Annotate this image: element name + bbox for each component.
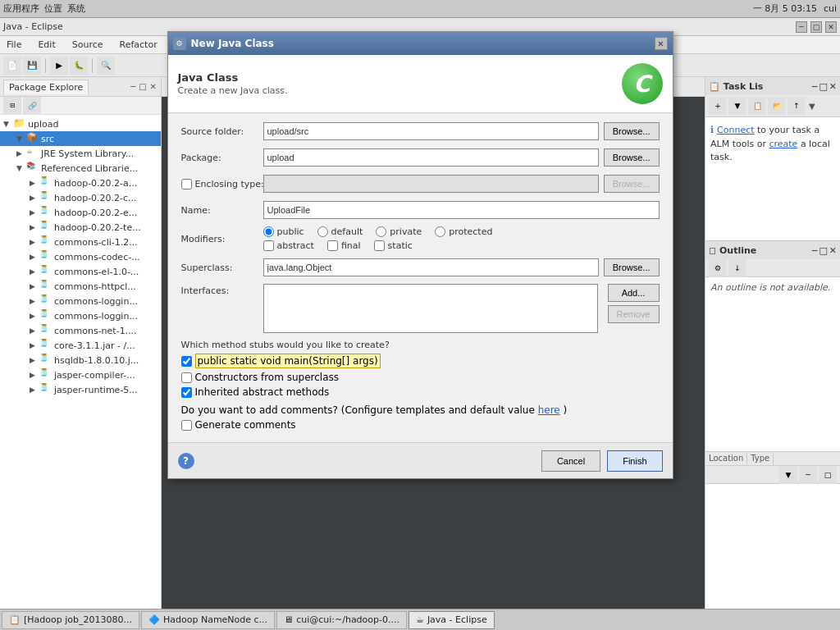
- taskbar-apps-menu[interactable]: 应用程序: [3, 2, 39, 15]
- help-icon[interactable]: ?: [178, 453, 194, 469]
- task-toolbar-btn1[interactable]: +: [709, 97, 727, 115]
- stub-inherited-checkbox[interactable]: [181, 387, 192, 398]
- interfaces-input[interactable]: [263, 284, 598, 333]
- superclass-browse-btn[interactable]: Browse...: [604, 258, 660, 276]
- modifier-protected-radio[interactable]: [435, 226, 445, 237]
- modifier-final-checkbox[interactable]: [327, 240, 338, 251]
- modifier-static-checkbox[interactable]: [374, 240, 385, 251]
- new-java-class-dialog: ⚙ New Java Class ✕ Java Class Create a n…: [167, 31, 673, 479]
- panel-minimize-btn[interactable]: ─: [130, 81, 136, 92]
- enclosing-type-browse-btn[interactable]: Browse...: [604, 175, 660, 193]
- modifier-default-radio[interactable]: [317, 226, 328, 237]
- dialog-titlebar: ⚙ New Java Class ✕: [168, 32, 673, 55]
- eclipse-close-btn[interactable]: ✕: [825, 21, 837, 33]
- stub-main-checkbox[interactable]: [181, 356, 192, 367]
- outline-close[interactable]: ✕: [829, 245, 837, 256]
- task-list-close[interactable]: ✕: [829, 81, 837, 92]
- task-list-maximize[interactable]: □: [819, 81, 827, 92]
- comments-link[interactable]: here: [538, 404, 560, 416]
- create-link[interactable]: create: [769, 139, 797, 149]
- taskbar-item-terminal[interactable]: 🖥 cui@cui:~/hadoop-0....: [276, 611, 407, 629]
- tree-item-jar-3[interactable]: ▶ 🫙 hadoop-0.20.2-e...: [0, 205, 161, 220]
- tree-item-commons-log2[interactable]: ▶ 🫙 commons-loggin...: [0, 308, 161, 323]
- modifier-abstract-label: abstract: [263, 240, 314, 251]
- tree-item-jar-4[interactable]: ▶ 🫙 hadoop-0.20.2-te...: [0, 220, 161, 235]
- interfaces-remove-btn[interactable]: Remove: [608, 305, 660, 323]
- stub-constructors-checkbox[interactable]: [181, 372, 192, 383]
- outline-btn2[interactable]: ↓: [728, 259, 746, 277]
- generate-comments-checkbox[interactable]: [181, 420, 192, 431]
- tree-item-src[interactable]: ▼ 📦 src: [0, 131, 161, 146]
- eclipse-minimize-btn[interactable]: ─: [796, 21, 807, 33]
- tree-item-commons-codec[interactable]: ▶ 🫙 commons-codec-...: [0, 249, 161, 264]
- task-expand-btn[interactable]: ▼: [807, 102, 817, 111]
- task-toolbar-btn4[interactable]: 📂: [768, 97, 786, 115]
- connect-link[interactable]: Connect: [717, 125, 754, 135]
- package-explorer-tab[interactable]: Package Explore: [3, 80, 89, 94]
- source-folder-browse-btn[interactable]: Browse...: [604, 122, 660, 140]
- tree-item-jar-1[interactable]: ▶ 🫙 hadoop-0.20.2-a...: [0, 176, 161, 190]
- panel-close-btn[interactable]: ✕: [149, 81, 158, 92]
- taskbar-item-namenode[interactable]: 🔷 Hadoop NameNode c...: [141, 611, 275, 629]
- menu-edit[interactable]: Edit: [34, 38, 58, 52]
- eclipse-maximize-btn[interactable]: □: [810, 21, 822, 33]
- task-list-section: 📋 Task Lis ─ □ ✕ + ▼ 📋 📂 ↑ ▼: [705, 77, 840, 241]
- modifier-public-radio[interactable]: [263, 226, 274, 237]
- tree-item-commons-el[interactable]: ▶ 🫙 commons-el-1.0-...: [0, 264, 161, 279]
- outline-bottom-btn1[interactable]: ▼: [779, 466, 797, 484]
- tree-item-upload[interactable]: ▼ 📁 upload: [0, 116, 161, 131]
- tree-item-jar-2[interactable]: ▶ 🫙 hadoop-0.20.2-c...: [0, 190, 161, 205]
- task-list-minimize[interactable]: ─: [812, 81, 818, 92]
- tree-item-jasper-runtime[interactable]: ▶ 🫙 jasper-runtime-5...: [0, 382, 161, 397]
- cancel-button[interactable]: Cancel: [541, 450, 600, 472]
- package-label: Package:: [181, 153, 263, 163]
- name-input[interactable]: [263, 201, 660, 219]
- tree-item-reflibs[interactable]: ▼ 📚 Referenced Librarie...: [0, 161, 161, 176]
- task-toolbar-btn2[interactable]: ▼: [728, 97, 746, 115]
- toolbar-separator-2: [92, 58, 93, 73]
- source-folder-input[interactable]: [263, 122, 599, 140]
- commons-log1-icon: 🫙: [39, 294, 52, 308]
- collapse-all-btn[interactable]: ⊟: [3, 97, 21, 115]
- toolbar-search-btn[interactable]: 🔍: [97, 57, 115, 75]
- tree-item-hsqldb[interactable]: ▶ 🫙 hsqldb-1.8.0.10.j...: [0, 353, 161, 368]
- tree-item-jre[interactable]: ▶ ☕ JRE System Library...: [0, 146, 161, 161]
- taskbar-places-menu[interactable]: 位置: [44, 2, 62, 15]
- outline-bottom-btn3[interactable]: □: [819, 466, 837, 484]
- toolbar-new-btn[interactable]: 📄: [3, 57, 21, 75]
- menu-file[interactable]: File: [3, 38, 25, 52]
- modifier-static-text: static: [388, 240, 413, 251]
- panel-maximize-btn[interactable]: □: [138, 81, 147, 92]
- dialog-close-btn[interactable]: ✕: [655, 37, 668, 50]
- tree-item-commons-http[interactable]: ▶ 🫙 commons-httpcl...: [0, 279, 161, 294]
- package-browse-btn[interactable]: Browse...: [604, 148, 660, 167]
- outline-maximize[interactable]: □: [819, 245, 827, 256]
- task-toolbar-btn5[interactable]: ↑: [788, 97, 806, 115]
- tree-item-commons-log1[interactable]: ▶ 🫙 commons-loggin...: [0, 294, 161, 308]
- outline-btn1[interactable]: ⚙: [709, 259, 727, 277]
- menu-source[interactable]: Source: [69, 38, 107, 52]
- link-editor-btn[interactable]: 🔗: [23, 97, 41, 115]
- toolbar-save-btn[interactable]: 💾: [23, 57, 41, 75]
- tree-item-commons-net[interactable]: ▶ 🫙 commons-net-1....: [0, 323, 161, 338]
- modifier-abstract-checkbox[interactable]: [263, 240, 274, 251]
- taskbar-item-hadoop-job[interactable]: 📋 [Hadoop job_2013080...: [2, 611, 139, 629]
- tree-item-core[interactable]: ▶ 🫙 core-3.1.1.jar - /...: [0, 338, 161, 353]
- tree-item-jasper-compiler[interactable]: ▶ 🫙 jasper-compiler-...: [0, 368, 161, 382]
- finish-button[interactable]: Finish: [607, 450, 662, 472]
- tree-item-commons-cli[interactable]: ▶ 🫙 commons-cli-1.2...: [0, 235, 161, 249]
- interfaces-add-btn[interactable]: Add...: [608, 284, 660, 302]
- taskbar-system-menu[interactable]: 系统: [67, 2, 85, 15]
- menu-refactor[interactable]: Refactor: [116, 38, 161, 52]
- taskbar-item-eclipse[interactable]: ☕ Java - Eclipse: [409, 611, 495, 629]
- outline-bottom-btn2[interactable]: ─: [799, 466, 817, 484]
- toolbar-run-btn[interactable]: ▶: [50, 57, 68, 75]
- toolbar-debug-btn[interactable]: 🐛: [70, 57, 88, 75]
- task-toolbar-btn3[interactable]: 📋: [748, 97, 766, 115]
- package-input[interactable]: [263, 148, 599, 167]
- superclass-input[interactable]: [263, 258, 599, 276]
- enclosing-type-input[interactable]: [263, 175, 599, 193]
- modifier-private-radio[interactable]: [376, 226, 386, 237]
- enclosing-type-checkbox[interactable]: [181, 179, 192, 189]
- outline-minimize[interactable]: ─: [812, 245, 818, 256]
